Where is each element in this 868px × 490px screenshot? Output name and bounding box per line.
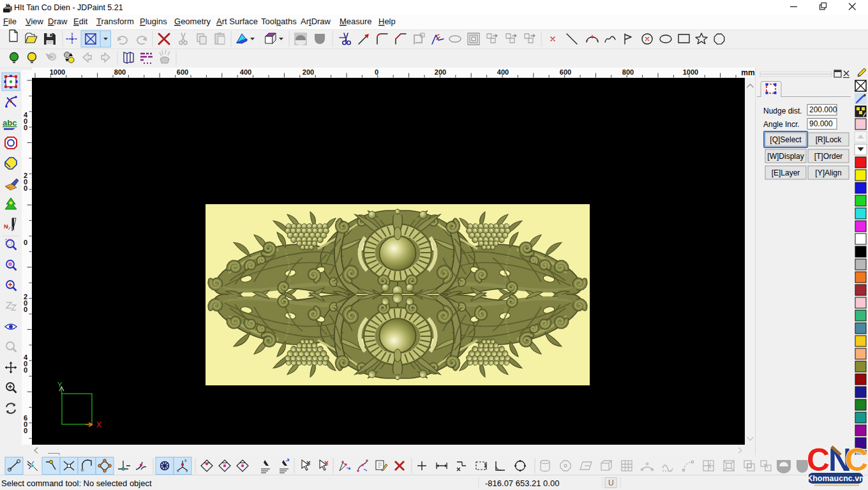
- svg-text:N: N: [4, 223, 8, 230]
- svg-text:[R]Lock: [R]Lock: [816, 135, 842, 144]
- svg-text:0: 0: [24, 239, 27, 246]
- svg-text:[W]Display: [W]Display: [767, 152, 804, 161]
- svg-text:0: 0: [24, 427, 27, 434]
- svg-text:x: x: [184, 458, 187, 463]
- svg-text:0: 0: [375, 68, 378, 76]
- svg-text:0: 0: [24, 184, 27, 192]
- svg-text:90.000: 90.000: [809, 119, 833, 128]
- svg-text:0: 0: [24, 306, 27, 313]
- svg-text:[T]Order: [T]Order: [814, 152, 843, 161]
- svg-text:800: 800: [622, 68, 634, 76]
- svg-text:800: 800: [114, 68, 126, 76]
- svg-text:600: 600: [177, 68, 188, 76]
- svg-text:400: 400: [497, 68, 509, 76]
- svg-text:HIt Tan Co Dien - JDPaint 5.21: HIt Tan Co Dien - JDPaint 5.21: [14, 3, 123, 12]
- svg-text:600: 600: [560, 68, 571, 76]
- svg-text:[Y]Align: [Y]Align: [815, 168, 841, 177]
- svg-text:-816.07 653.21 0.00: -816.07 653.21 0.00: [485, 479, 559, 488]
- svg-text:View: View: [26, 17, 44, 26]
- svg-text:200.000: 200.000: [809, 105, 837, 114]
- svg-text:mm: mm: [741, 68, 754, 77]
- svg-text:Select command tool: No select: Select command tool: No selected object: [1, 479, 152, 488]
- svg-text:ArtDraw: ArtDraw: [301, 17, 331, 26]
- svg-text:abc: abc: [3, 118, 17, 128]
- svg-text:Draw: Draw: [48, 17, 68, 26]
- svg-text:Angle Incr.: Angle Incr.: [763, 120, 800, 129]
- svg-text:Nudge dist.: Nudge dist.: [763, 107, 802, 115]
- svg-text:Transform: Transform: [96, 17, 134, 26]
- svg-text:400: 400: [240, 68, 251, 76]
- svg-text:Geometry: Geometry: [174, 17, 211, 26]
- svg-text:[E]Layer: [E]Layer: [772, 168, 800, 177]
- svg-text:File: File: [3, 17, 17, 26]
- svg-text:200: 200: [435, 68, 446, 76]
- svg-text:Edit: Edit: [73, 17, 88, 26]
- svg-text:x: x: [186, 468, 188, 473]
- svg-text:Toolpaths: Toolpaths: [261, 17, 297, 26]
- svg-text:1000: 1000: [683, 68, 698, 76]
- svg-text:Help: Help: [378, 17, 396, 26]
- svg-text:Y: Y: [57, 381, 63, 389]
- svg-text:v: v: [177, 468, 179, 473]
- svg-text:[Q]Select: [Q]Select: [770, 135, 802, 144]
- svg-text:Plugins: Plugins: [140, 17, 167, 26]
- svg-text:1000: 1000: [50, 68, 65, 76]
- svg-text:Measure: Measure: [340, 17, 372, 26]
- svg-text:Art Surface: Art Surface: [216, 17, 258, 26]
- svg-text:X: X: [96, 420, 101, 429]
- svg-text:0: 0: [24, 366, 27, 374]
- svg-text:0: 0: [24, 124, 27, 131]
- svg-text:Khomaucnc.vn: Khomaucnc.vn: [807, 474, 864, 483]
- svg-text:200: 200: [303, 68, 314, 76]
- svg-text:U: U: [608, 479, 614, 487]
